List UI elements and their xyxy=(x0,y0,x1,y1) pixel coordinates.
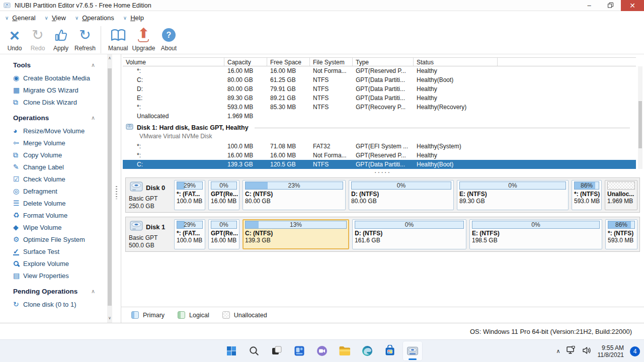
chevron-up-icon[interactable]: ∧ xyxy=(91,62,95,68)
column-header-type[interactable]: Type xyxy=(353,58,414,66)
sidebar-item-migrate-os-wizard[interactable]: ▦Migrate OS Wizard xyxy=(0,84,107,96)
scrollbar-thumb[interactable] xyxy=(108,68,112,306)
upgrade-button[interactable]: ⬆︎Upgrade xyxy=(130,26,157,52)
partition-block[interactable]: 86%*: (NTFS)593.0 MB xyxy=(572,180,602,210)
sidebar-item-format-volume[interactable]: ♻Format Volume xyxy=(0,209,107,221)
chevron-up-icon[interactable]: ∧ xyxy=(91,288,95,295)
apply-button[interactable]: Apply xyxy=(49,26,72,52)
toolbar-divider xyxy=(101,26,101,53)
sidebar-section-header[interactable]: Pending Operations∧ xyxy=(13,288,107,295)
disk-info[interactable]: Disk 0Basic GPT250.0 GB xyxy=(129,180,171,210)
menu-item-general[interactable]: ∨General xyxy=(5,14,36,22)
table-row[interactable]: *:593.0 MB85.30 MBNTFSGPT(Recovery P...H… xyxy=(123,103,636,112)
usage-percent: 0% xyxy=(352,182,451,189)
column-header-file-system[interactable]: File System xyxy=(310,58,353,66)
table-row[interactable]: *:16.00 MB16.00 MBNot Forma...GPT(Reserv… xyxy=(123,66,636,75)
menu-item-help[interactable]: ∨Help xyxy=(123,14,144,22)
clock[interactable]: 9:55 AM 11/8/2021 xyxy=(598,344,624,358)
panel-splitter-handle[interactable] xyxy=(116,186,117,199)
scroll-down-icon[interactable]: ∨ xyxy=(107,316,112,320)
taskbar-icon-file-explorer[interactable] xyxy=(335,341,355,361)
sidebar-item-clone-disk-wizard[interactable]: ⧉Clone Disk Wizard xyxy=(0,96,107,108)
menu-item-operations[interactable]: ∨Operations xyxy=(75,14,114,22)
tray-chevron-up-icon[interactable]: ∧ xyxy=(556,348,560,354)
sidebar-scrollbar[interactable]: ∧ ∨ xyxy=(107,54,112,323)
sidebar-item-surface-test[interactable]: ✓Surface Test xyxy=(0,245,107,257)
refresh-button[interactable]: ↻Refresh xyxy=(72,26,98,52)
partition-block[interactable]: 0%GPT(Re...16.00 MB xyxy=(208,219,239,249)
taskbar-icon-search[interactable] xyxy=(244,341,264,361)
sidebar-item-defragment[interactable]: ◎Defragment xyxy=(0,185,107,197)
partition-block[interactable]: 0%GPT(Re...16.00 MB xyxy=(208,180,239,210)
partition-block[interactable]: 23%C: (NTFS)80.00 GB xyxy=(243,180,346,210)
taskbar-icon-start[interactable] xyxy=(221,341,242,361)
scroll-up-icon[interactable]: ∧ xyxy=(107,56,112,60)
sidebar-item-resize-move-volume[interactable]: ◕Resize/Move Volume xyxy=(0,125,107,137)
sidebar-item-delete-volume[interactable]: ☰Delete Volume xyxy=(0,197,107,209)
sidebar-item-create-bootable-media[interactable]: ◉Create Bootable Media xyxy=(0,72,107,84)
partition-block[interactable]: 29%*: (FAT...100.0 MB xyxy=(174,180,205,210)
legend-item-primary: Primary xyxy=(131,311,165,319)
sidebar-item-check-volume[interactable]: ☑Check Volume xyxy=(0,173,107,185)
partition-block[interactable]: 29%*: (FAT...100.0 MB xyxy=(174,219,205,249)
column-header-status[interactable]: Status xyxy=(414,58,498,66)
chevron-up-icon[interactable]: ∧ xyxy=(91,115,95,121)
table-row[interactable]: C:139.3 GB120.5 GBNTFSGPT(Data Partiti..… xyxy=(123,160,636,169)
sidebar-item-optimize-file-system[interactable]: ⚙Optimize File System xyxy=(0,233,107,245)
table-scrollbar-thumb[interactable] xyxy=(638,101,642,148)
notification-badge[interactable]: 4 xyxy=(630,346,640,356)
sidebar-item-copy-volume[interactable]: ⧉Copy Volume xyxy=(0,149,107,161)
sidebar-item-change-label[interactable]: ✎Change Label xyxy=(0,161,107,173)
manual-button[interactable]: Manual xyxy=(106,26,130,52)
disk-info[interactable]: Disk 1Basic GPT500.0 GB xyxy=(129,219,171,249)
column-header-volume[interactable]: Volume xyxy=(123,58,224,66)
legend-item-unallocated: Unallocated xyxy=(222,311,267,319)
table-scrollbar[interactable] xyxy=(638,66,642,169)
sidebar-section-header[interactable]: Operations∧ xyxy=(13,114,107,122)
table-row[interactable]: E:89.30 GB89.21 GBNTFSGPT(Data Partiti..… xyxy=(123,94,636,103)
taskbar-icon-task-view[interactable] xyxy=(267,341,287,361)
table-row[interactable]: C:80.00 GB61.25 GBNTFSGPT(Data Partiti..… xyxy=(123,75,636,84)
disk-info-top: Disk 1 xyxy=(129,219,171,234)
sidebar-item-view-properties[interactable]: ▤View Properties xyxy=(0,269,107,282)
taskbar-icon-niubi[interactable] xyxy=(403,341,423,361)
usage-bar: 29% xyxy=(177,182,203,190)
sidebar-item-merge-volume[interactable]: ⇦Merge Volume xyxy=(0,137,107,149)
column-header-capacity[interactable]: Capacity xyxy=(224,58,267,66)
undo-button[interactable]: ×Undo xyxy=(3,26,26,52)
sidebar-item-clone-disk-0-to-1[interactable]: ↻Clone disk (0 to 1) xyxy=(0,298,107,310)
legend-swatch-logical xyxy=(178,311,185,319)
partition-block[interactable]: 0%D: (NTFS)80.00 GB xyxy=(349,180,454,210)
partition-block-unallocated[interactable]: Unalloc...1.969 MB xyxy=(605,180,637,210)
table-row[interactable]: *:100.0 MB71.08 MBFAT32GPT(EFI System ..… xyxy=(123,142,636,151)
table-row[interactable]: Unallocated1.969 MB xyxy=(123,112,636,121)
about-button[interactable]: ?About xyxy=(157,26,180,52)
partition-block[interactable]: 13%C: (NTFS)139.3 GB xyxy=(243,219,349,249)
taskbar-icon-edge[interactable] xyxy=(357,341,377,361)
sidebar-item-label: Check Volume xyxy=(23,175,65,183)
partition-block[interactable]: 0%E: (NTFS)198.5 GB xyxy=(469,219,602,249)
table-cell: 16.00 MB xyxy=(267,152,310,159)
table-cell: Not Forma... xyxy=(310,67,353,74)
minimize-button[interactable]: – xyxy=(579,0,600,11)
sidebar-section-header[interactable]: Tools∧ xyxy=(13,61,107,69)
table-row[interactable]: D:80.00 GB79.91 GBNTFSGPT(Data Partiti..… xyxy=(123,84,636,94)
partition-block[interactable]: 86%*: (NTFS)593.0 MB xyxy=(605,219,637,249)
table-row[interactable]: *:16.00 MB16.00 MBNot Forma...GPT(Reserv… xyxy=(123,151,636,160)
network-icon[interactable] xyxy=(567,346,576,356)
taskbar-icon-store[interactable] xyxy=(380,341,400,361)
disk-header-rule xyxy=(255,128,630,128)
partition-block[interactable]: 0%D: (NTFS)161.6 GB xyxy=(352,219,466,249)
speaker-icon[interactable] xyxy=(582,346,592,356)
partition-block[interactable]: 0%E: (NTFS)89.30 GB xyxy=(457,180,569,210)
taskbar-icon-chat[interactable] xyxy=(312,341,332,361)
taskbar-icon-widgets[interactable] xyxy=(289,341,309,361)
restore-button[interactable] xyxy=(600,0,621,11)
column-header-free-space[interactable]: Free Space xyxy=(267,58,310,66)
disk-map-area: Disk 0Basic GPT250.0 GB29%*: (FAT...100.… xyxy=(121,175,644,252)
sidebar-item-explore-volume[interactable]: Explore Volume xyxy=(0,257,107,269)
sidebar-item-wipe-volume[interactable]: ◆Wipe Volume xyxy=(0,221,107,233)
menu-item-view[interactable]: ∨View xyxy=(45,14,66,22)
close-button[interactable]: ✕ xyxy=(621,0,644,11)
table-disk-splitter[interactable]: ····· xyxy=(121,170,644,175)
